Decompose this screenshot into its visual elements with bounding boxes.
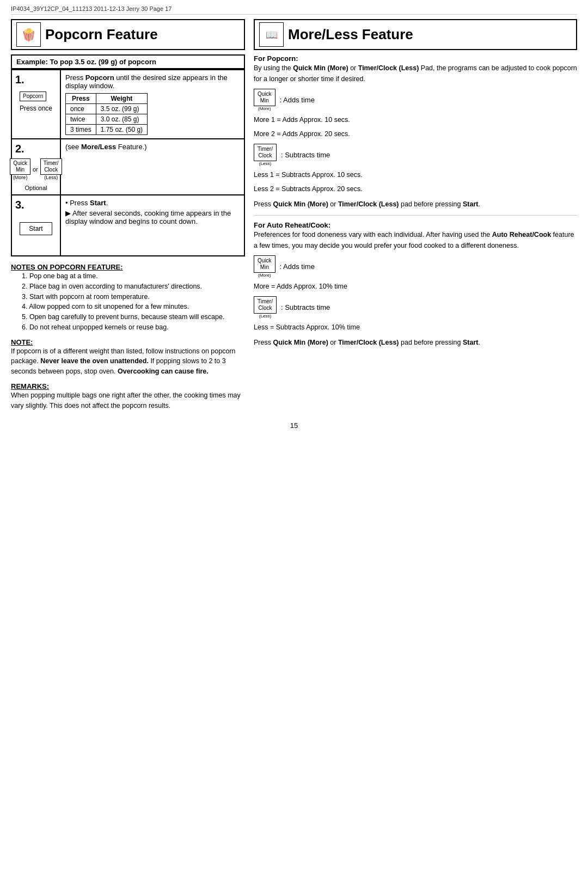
step-3-row: 3. Start • Press Start. After several se… (12, 194, 244, 255)
divider-1 (254, 215, 577, 216)
auto-timer-clock-btn[interactable]: Timer/Clock (254, 296, 277, 314)
popcorn-press-start: Press Quick Min (More) or Timer/Clock (L… (254, 199, 577, 210)
notes-section: NOTES ON POPCORN FEATURE: Pop one bag at… (11, 263, 245, 333)
pw-header-press: Press (66, 94, 96, 104)
optional-text: Optional (25, 185, 47, 191)
note-item-2: Place bag in oven according to manufactu… (22, 282, 245, 292)
step-2-row: 2. QuickMin (More) or Timer/Clock (12, 138, 244, 194)
auto-less-btn-row: Timer/Clock (Less) : Subtracts time (254, 296, 577, 319)
step-3-arrow: After several seconds, cooking time appe… (65, 209, 240, 225)
subtracts-time-label: : Subtracts time (281, 151, 330, 159)
popcorn-less-btn-row: Timer/Clock (Less) : Subtracts time (254, 144, 577, 166)
notes-list: Pop one bag at a time. Place bag in oven… (22, 271, 245, 333)
step-3-content: • Press Start. After several seconds, co… (61, 195, 244, 255)
pw-press-1: once (66, 104, 96, 114)
pw-press-2: twice (66, 114, 96, 125)
for-auto-heading: For Auto Reheat/Cook: (254, 221, 577, 229)
step-3-label: 3. (15, 199, 24, 211)
timer-clock-btn[interactable]: Timer/Clock (40, 158, 62, 175)
popcorn-btn-label: Popcorn (23, 93, 43, 99)
pw-weight-1: 3.5 oz. (99 g) (96, 104, 147, 114)
step-2-side: QuickMin (More) or Timer/Clock (Less) Op… (10, 158, 62, 191)
arrow-icon (65, 209, 72, 217)
auto-subtracts-time: : Subtracts time (281, 303, 330, 311)
for-auto-para: Preferences for food doneness vary with … (254, 229, 577, 251)
more-sub-label: (More) (258, 106, 271, 111)
for-popcorn-para: By using the Quick Min (More) or Timer/C… (254, 63, 577, 84)
quick-min-more-btn[interactable]: QuickMin (254, 89, 275, 106)
auto-quick-min-btn[interactable]: QuickMin (254, 255, 275, 273)
adds-time-label: : Adds time (280, 96, 315, 104)
popcorn-section: 🍿 Popcorn Feature Example: To pop 3.5 oz… (11, 19, 245, 411)
note-item-3: Start with popcorn at room temperature. (22, 292, 245, 302)
start-btn-area: Start (20, 219, 52, 238)
page-wrapper: IP4034_39Y12CP_04_111213 2011-12-13 Jerr… (0, 0, 588, 875)
popcorn-icon: 🍿 (16, 22, 41, 47)
step-2-text: (see More/Less Feature.) (65, 143, 240, 151)
auto-adds-time: : Adds time (280, 262, 315, 271)
more-less-section: 📖 More/Less Feature For Popcorn: By usin… (254, 19, 577, 351)
quick-min-wrapper: QuickMin (More) (10, 158, 30, 180)
less-pct-text: Less = Subtracts Approx. 10% time (254, 322, 577, 333)
auto-timer-clock-wrapper: Timer/Clock (Less) (254, 296, 277, 319)
less2-text: Less 2 = Subtracts Approx. 20 secs. (254, 183, 577, 194)
page-number: 15 (11, 421, 577, 430)
step-1-text: Press Popcorn until the desired size app… (65, 74, 240, 90)
popcorn-button[interactable]: Popcorn (20, 91, 46, 101)
start-button[interactable]: Start (20, 222, 52, 235)
more-less-title-bar: 📖 More/Less Feature (254, 19, 577, 50)
step-3-press: • Press Start. (65, 199, 240, 207)
note-title: NOTE: (11, 338, 245, 346)
step-2-content: (see More/Less Feature.) (61, 139, 244, 194)
more-pct-text: More = Adds Approx. 10% time (254, 281, 577, 292)
pw-row-1: once 3.5 oz. (99 g) (66, 104, 148, 114)
note-text: If popcorn is of a different weight than… (11, 346, 245, 377)
for-popcorn-heading: For Popcorn: (254, 54, 577, 63)
pw-row-2: twice 3.0 oz. (85 g) (66, 114, 148, 125)
less-label: (Less) (44, 175, 58, 180)
notes-title: NOTES ON POPCORN FEATURE: (11, 263, 245, 271)
step-1-content: Press Popcorn until the desired size app… (61, 70, 244, 138)
note-item-1: Pop one bag at a time. (22, 271, 245, 282)
step-1-side: Popcorn Press once (20, 91, 52, 112)
steps-table: 1. Popcorn Press once Press Popcorn unti… (11, 69, 245, 256)
more1-text: More 1 = Adds Approx. 10 secs. (254, 114, 577, 125)
remarks-text: When popping multiple bags one right aft… (11, 390, 245, 411)
pw-header-weight: Weight (96, 94, 147, 104)
header-bar: IP4034_39Y12CP_04_111213 2011-12-13 Jerr… (11, 5, 577, 15)
remarks-title: REMARKS: (11, 382, 245, 390)
pw-weight-3: 1.75 oz. (50 g) (96, 125, 147, 135)
more-label: (More) (13, 175, 28, 180)
pw-press-3: 3 times (66, 125, 96, 135)
main-content: 🍿 Popcorn Feature Example: To pop 3.5 oz… (11, 19, 577, 411)
pw-weight-2: 3.0 oz. (85 g) (96, 114, 147, 125)
more-less-heading: More/Less Feature (288, 26, 413, 43)
step-1-label: 1. (15, 74, 24, 86)
note-item-5: Open bag carefully to prevent burns, bec… (22, 312, 245, 322)
popcorn-more-btn-row: QuickMin (More) : Adds time (254, 89, 577, 111)
step-2-num: 2. QuickMin (More) or Timer/Clock (12, 139, 61, 194)
popcorn-heading: Popcorn Feature (45, 26, 158, 43)
press-weight-table: Press Weight once 3.5 oz. (99 g) (65, 93, 148, 135)
auto-quick-min-wrapper: QuickMin (More) (254, 255, 275, 278)
auto-less-sub: (Less) (259, 314, 271, 319)
step-1-num: 1. Popcorn Press once (12, 70, 61, 138)
step-2-btns: QuickMin (More) or Timer/Clock (Less) (10, 158, 62, 180)
or-text: or (33, 166, 38, 173)
timer-clock-less-btn[interactable]: Timer/Clock (254, 144, 277, 161)
timer-clock-wrapper: Timer/Clock (Less) (40, 158, 62, 180)
more2-text: More 2 = Adds Approx. 20 secs. (254, 129, 577, 139)
note-box: NOTE: If popcorn is of a different weigh… (11, 338, 245, 377)
pw-row-3: 3 times 1.75 oz. (50 g) (66, 125, 148, 135)
less-sub-label: (Less) (259, 161, 271, 166)
auto-more-btn-row: QuickMin (More) : Adds time (254, 255, 577, 278)
remarks-section: REMARKS: When popping multiple bags one … (11, 382, 245, 411)
example-bar: Example: To pop 3.5 oz. (99 g) of popcor… (11, 54, 245, 69)
quick-min-btn[interactable]: QuickMin (10, 158, 30, 175)
auto-more-sub: (More) (258, 273, 271, 278)
note-item-6: Do not reheat unpopped kernels or reuse … (22, 322, 245, 333)
header-text: IP4034_39Y12CP_04_111213 2011-12-13 Jerr… (11, 5, 171, 12)
press-once-label: Press once (20, 105, 52, 112)
step-3-num: 3. Start (12, 195, 61, 255)
less1-text: Less 1 = Subtracts Approx. 10 secs. (254, 169, 577, 180)
